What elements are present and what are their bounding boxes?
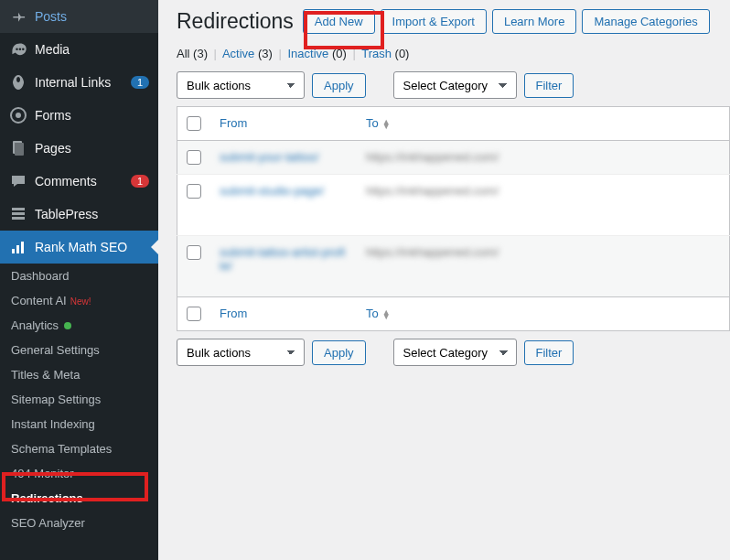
submenu-instant-indexing[interactable]: Instant Indexing [0, 412, 158, 436]
svg-point-1 [16, 113, 21, 118]
sidebar-item-comments[interactable]: Comments 1 [0, 165, 158, 198]
sidebar-item-label: Pages [35, 141, 149, 156]
pages-icon [9, 139, 27, 157]
column-from-footer[interactable]: From [210, 297, 357, 331]
svg-rect-8 [12, 249, 15, 253]
page-header: Redirections Add New Import & Export Lea… [177, 9, 730, 34]
select-category-select[interactable]: Select Category [393, 71, 517, 99]
top-actions: Bulk actions Apply Select Category Filte… [177, 71, 730, 99]
select-all-checkbox[interactable] [187, 116, 201, 131]
column-to[interactable]: To▲▼ [357, 107, 730, 141]
rankmath-icon [9, 238, 27, 256]
sidebar-item-forms[interactable]: Forms [0, 99, 158, 132]
svg-rect-9 [16, 245, 19, 253]
sidebar-item-posts[interactable]: Posts [0, 0, 158, 33]
add-new-button[interactable]: Add New [303, 9, 375, 34]
row-checkbox[interactable] [187, 150, 201, 165]
sidebar-item-label: Posts [35, 9, 149, 24]
svg-rect-6 [12, 212, 25, 215]
sidebar-item-label: Internal Links [35, 75, 125, 90]
submenu-titles-meta[interactable]: Titles & Meta [0, 362, 158, 387]
internal-links-icon [9, 73, 27, 92]
manage-categories-button[interactable]: Manage Categories [582, 9, 709, 34]
page-title: Redirections [177, 9, 294, 34]
bottom-actions: Bulk actions Apply Select Category Filte… [177, 339, 730, 366]
sort-icon: ▲▼ [382, 310, 391, 319]
media-icon [9, 40, 27, 59]
sort-icon: ▲▼ [382, 120, 391, 129]
submenu-seo-analyzer[interactable]: SEO Analyzer [0, 511, 158, 535]
bulk-actions-select[interactable]: Bulk actions [177, 71, 305, 99]
forms-icon [9, 106, 27, 124]
redirect-from[interactable]: submit-tattoo-artist-profile/ [220, 245, 345, 273]
submenu-404-monitor[interactable]: 404 Monitor [0, 461, 158, 486]
sidebar-item-label: TablePress [35, 207, 149, 221]
sidebar-item-label: Forms [35, 108, 149, 123]
redirect-to: https://inkhappened.com/ [366, 184, 499, 198]
table-row: submit-your-tattoo/ https://inkhappened.… [177, 141, 730, 175]
submenu-sitemap-settings[interactable]: Sitemap Settings [0, 387, 158, 412]
svg-rect-7 [12, 217, 25, 220]
learn-more-button[interactable]: Learn More [492, 9, 576, 34]
sidebar-item-label: Rank Math SEO [35, 240, 149, 254]
svg-rect-5 [12, 208, 25, 210]
status-dot-icon [64, 322, 71, 329]
column-from[interactable]: From [210, 107, 357, 141]
sidebar-item-label: Media [35, 42, 149, 57]
filter-tabs: All (3) | Active (3) | Inactive (0) | Tr… [177, 47, 730, 60]
tab-trash[interactable]: Trash (0) [361, 47, 409, 60]
table-row: submit-studio-page/ https://inkhappened.… [177, 175, 730, 236]
main-content: Redirections Add New Import & Export Lea… [158, 0, 730, 560]
admin-sidebar: Posts Media Internal Links 1 Forms Pages… [0, 0, 158, 560]
redirections-table: From To▲▼ submit-your-tattoo/ https://in… [177, 106, 730, 331]
sidebar-item-internal-links[interactable]: Internal Links 1 [0, 66, 158, 99]
column-to-footer[interactable]: To▲▼ [357, 297, 730, 331]
import-export-button[interactable]: Import & Export [381, 9, 487, 34]
pin-icon [9, 7, 27, 26]
submenu-general-settings[interactable]: General Settings [0, 338, 158, 362]
row-checkbox[interactable] [187, 245, 201, 260]
sidebar-item-rankmath[interactable]: Rank Math SEO [0, 231, 158, 264]
sidebar-item-pages[interactable]: Pages [0, 132, 158, 165]
bulk-actions-select-bottom[interactable]: Bulk actions [177, 339, 305, 366]
tablepress-icon [9, 205, 27, 223]
sidebar-item-label: Comments [35, 174, 125, 188]
tab-active[interactable]: Active (3) [222, 47, 273, 60]
tab-all[interactable]: All (3) [177, 47, 208, 60]
redirect-to: https://inkhappened.com/ [366, 245, 499, 259]
select-category-select-bottom[interactable]: Select Category [393, 339, 517, 366]
svg-rect-4 [15, 143, 24, 156]
submenu-analytics[interactable]: Analytics [0, 313, 158, 338]
tab-inactive[interactable]: Inactive (0) [287, 47, 346, 60]
sidebar-item-media[interactable]: Media [0, 33, 158, 66]
redirect-to: https://inkhappened.com/ [366, 150, 499, 164]
select-all-checkbox-footer[interactable] [187, 307, 201, 321]
apply-button[interactable]: Apply [312, 73, 366, 98]
redirect-from[interactable]: submit-studio-page/ [220, 184, 324, 198]
submenu-content-ai[interactable]: Content AINew! [0, 288, 158, 313]
apply-button-bottom[interactable]: Apply [312, 340, 366, 365]
filter-button-bottom[interactable]: Filter [524, 340, 574, 365]
row-checkbox[interactable] [187, 184, 201, 199]
svg-rect-10 [21, 242, 24, 253]
submenu-redirections[interactable]: Redirections [0, 486, 158, 511]
count-badge: 1 [131, 175, 149, 188]
comments-icon [9, 172, 27, 190]
count-badge: 1 [131, 76, 149, 89]
sidebar-item-tablepress[interactable]: TablePress [0, 198, 158, 231]
new-tag: New! [70, 296, 91, 307]
submenu-dashboard[interactable]: Dashboard [0, 264, 158, 288]
filter-button[interactable]: Filter [524, 73, 574, 98]
table-row: submit-tattoo-artist-profile/ https://in… [177, 236, 730, 297]
submenu-schema-templates[interactable]: Schema Templates [0, 436, 158, 461]
redirect-from[interactable]: submit-your-tattoo/ [220, 150, 318, 164]
